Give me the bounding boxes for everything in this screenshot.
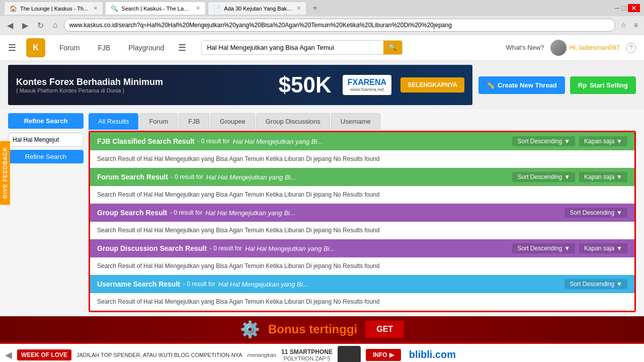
refine-top-button[interactable]: Refine Search xyxy=(8,113,84,129)
search-tabs: All Results Forum FJB Groupee Group Disc… xyxy=(89,113,636,130)
group-discussion-sort-arrow: ▼ xyxy=(564,245,570,252)
fjb-sort-label: Sort Descending xyxy=(517,138,562,145)
forward-button[interactable]: ▶ xyxy=(19,20,31,31)
gear-icon: ⚙️ xyxy=(240,320,260,339)
close-button[interactable]: ✕ xyxy=(628,4,640,12)
banner-ad[interactable]: Kontes Forex Berhadiah Minimum { Masuk P… xyxy=(8,65,472,105)
group-discussion-sort-button[interactable]: Sort Descending ▼ xyxy=(512,243,575,253)
browser-tab-3[interactable]: 📄 Ada 30 Kejutan Yang Bak... ✕ xyxy=(208,2,306,15)
fjb-header-left: FJB Classified Search Result - 0 result … xyxy=(97,137,323,145)
tab-all-results[interactable]: All Results xyxy=(89,113,138,130)
group-discussion-kapan-button[interactable]: Kapan saja ▼ xyxy=(579,243,627,253)
get-button[interactable]: GET xyxy=(365,321,404,338)
address-bar-wrap xyxy=(64,19,615,32)
selengkapnya-button[interactable]: SELENGKAPNYA xyxy=(400,77,464,93)
site-logo: K xyxy=(26,38,45,57)
group-sort-button[interactable]: Sort Descending ▼ xyxy=(565,208,627,218)
tab3-close[interactable]: ✕ xyxy=(296,5,301,12)
user-area: Hi, ladiesman097 xyxy=(550,40,620,56)
forum-result-header: Forum Search Result - 0 result for Hal H… xyxy=(90,168,634,186)
tab-username[interactable]: Username xyxy=(331,113,380,130)
fjb-kapan-button[interactable]: Kapan saja ▼ xyxy=(579,136,627,146)
nav-more[interactable]: ☰ xyxy=(178,42,186,53)
browser-tab-1[interactable]: 🏠 The Lounge | Kaskus - Th... ✕ xyxy=(4,2,103,15)
tab-groupee[interactable]: Groupee xyxy=(210,113,255,130)
group-result-section: Group Search Result - 0 result for Hal H… xyxy=(90,204,634,239)
banner-ad-title: Kontes Forex Berhadiah Minimum xyxy=(16,77,273,87)
fjb-result-header: FJB Classified Search Result - 0 result … xyxy=(90,132,634,150)
username-sort-button[interactable]: Sort Descending ▼ xyxy=(565,279,627,289)
start-selling-button[interactable]: Rp Start Selling xyxy=(570,76,636,94)
group-discussion-result-header: Group Discussion Search Result - 0 resul… xyxy=(90,239,634,257)
refine-search-input[interactable] xyxy=(8,133,84,147)
tab-group-discussions[interactable]: Group Discussions xyxy=(256,113,330,130)
group-header-right: Sort Descending ▼ xyxy=(565,208,627,218)
fjb-header-right: Sort Descending ▼ Kapan saja ▼ xyxy=(512,136,627,146)
menu-icon[interactable]: ≡ xyxy=(632,20,640,30)
rp-icon: Rp xyxy=(578,81,587,89)
minimize-button[interactable]: ─ xyxy=(615,4,620,12)
group-result-body: Search Result of Hal Hal Mengejutkan yan… xyxy=(90,222,634,239)
maximize-button[interactable]: □ xyxy=(622,4,626,12)
group-discussion-kapan-label: Kapan saja xyxy=(584,245,614,252)
group-discussion-result-title: Group Discussion Search Result xyxy=(97,244,207,252)
tab1-label: The Lounge | Kaskus - Th... xyxy=(20,6,88,12)
tab1-close[interactable]: ✕ xyxy=(93,5,98,12)
search-area: Refine Search Refine Search All Results … xyxy=(0,109,644,316)
info-button[interactable]: INFO ▶ xyxy=(366,349,401,361)
nav-forum[interactable]: Forum xyxy=(55,42,84,54)
username-header-right: Sort Descending ▼ xyxy=(565,279,627,289)
new-tab-button[interactable]: + xyxy=(308,2,321,15)
nav-hamburger[interactable]: ☰ xyxy=(8,42,16,53)
action-buttons: ✏️ Create New Thread Rp Start Selling xyxy=(478,76,636,94)
create-thread-button[interactable]: ✏️ Create New Thread xyxy=(478,76,565,94)
forum-result-title: Forum Search Result xyxy=(97,173,168,181)
group-header-left: Group Search Result - 0 result for Hal H… xyxy=(97,209,295,217)
forum-kapan-button[interactable]: Kapan saja ▼ xyxy=(579,172,627,182)
collapse-icon[interactable]: ◀ xyxy=(5,349,12,360)
username-sort-arrow: ▼ xyxy=(616,281,622,288)
help-icon[interactable]: ? xyxy=(626,43,636,53)
nav-fjb[interactable]: FJB xyxy=(94,42,114,54)
tab3-label: Ada 30 Kejutan Yang Bak... xyxy=(224,6,291,12)
username-result-body: Search Result of Hal Hal Mengejutkan yan… xyxy=(90,293,634,311)
love-logo: WEEK OF LOVE xyxy=(17,349,71,360)
nav-search-input[interactable] xyxy=(202,41,383,54)
forum-header-left: Forum Search Result - 0 result for Hal H… xyxy=(97,173,296,181)
banner-ad-subtitle: { Masuk Platform Kontes Pertama di Dunia… xyxy=(16,87,273,94)
forum-sort-button[interactable]: Sort Descending ▼ xyxy=(512,172,575,182)
group-sort-label: Sort Descending xyxy=(570,209,614,216)
browser-tab-2[interactable]: 🔍 Search | Kaskus - The Larg... ✕ xyxy=(105,2,206,15)
group-sort-arrow: ▼ xyxy=(616,209,622,216)
fjb-kapan-arrow: ▼ xyxy=(616,138,622,145)
tab2-close[interactable]: ✕ xyxy=(196,5,200,12)
reload-button[interactable]: ↻ xyxy=(34,20,47,31)
address-bar[interactable] xyxy=(69,22,610,29)
tab-fjb[interactable]: FJB xyxy=(179,113,209,130)
whats-new[interactable]: What's New? xyxy=(506,44,544,51)
love-action: menangkan xyxy=(247,352,276,358)
browser-titlebar: 🏠 The Lounge | Kaskus - Th... ✕ 🔍 Search… xyxy=(0,0,644,16)
page: ☰ K Forum FJB Playground ☰ 🔍 What's New?… xyxy=(0,35,644,362)
back-button[interactable]: ◀ xyxy=(4,20,16,31)
home-button[interactable]: ⌂ xyxy=(50,20,61,31)
refine-search-button[interactable]: Refine Search xyxy=(8,150,84,163)
username-result-header: Username Search Result - 0 result for Ha… xyxy=(90,275,634,293)
feedback-tab[interactable]: GIVE FEEDBACK xyxy=(0,141,10,205)
refine-panel: Refine Search Refine Search xyxy=(8,113,84,312)
username-result-title: Username Search Result xyxy=(97,280,180,288)
results-panel: All Results Forum FJB Groupee Group Disc… xyxy=(89,113,636,312)
phone-image xyxy=(338,346,361,363)
forum-header-right: Sort Descending ▼ Kapan saja ▼ xyxy=(512,172,627,182)
fjb-sort-button[interactable]: Sort Descending ▼ xyxy=(512,136,575,146)
tab-forum[interactable]: Forum xyxy=(139,113,178,130)
group-discussion-header-right: Sort Descending ▼ Kapan saja ▼ xyxy=(512,243,627,253)
bookmark-icon[interactable]: ☆ xyxy=(618,20,629,30)
love-prize: 11 SMARTPHONE POLYTRON ZAP 5 xyxy=(281,348,333,361)
username-result-query: Hal Hal Mengejutkan yang Bi... xyxy=(218,281,308,288)
fxarena-url: www.fxarena.net xyxy=(348,87,386,92)
info-arrow: ▶ xyxy=(389,351,394,358)
nav-playground[interactable]: Playground xyxy=(124,42,168,54)
nav-search-button[interactable]: 🔍 xyxy=(383,41,402,54)
fxarena-brand: FXARENA xyxy=(348,78,386,87)
